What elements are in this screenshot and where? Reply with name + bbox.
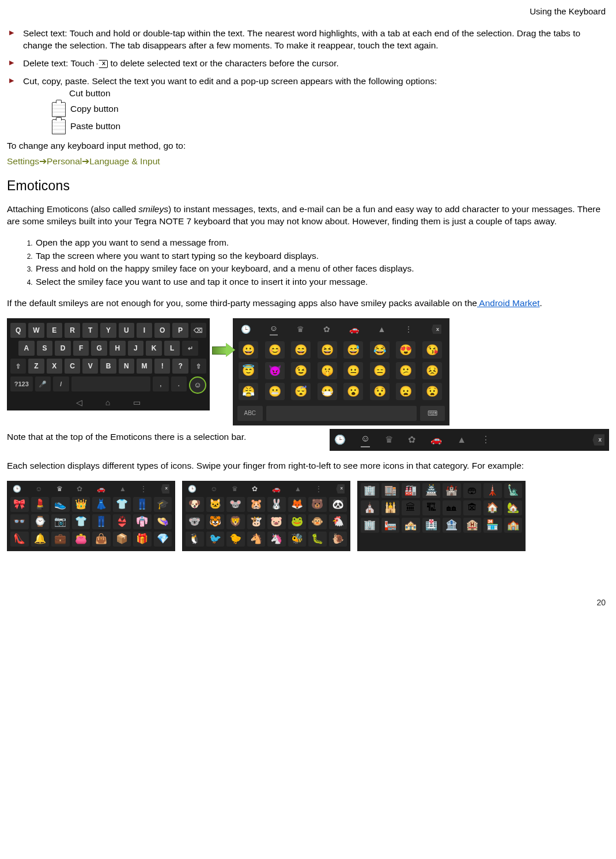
emoji-object[interactable]: 🎓: [154, 497, 172, 512]
key-backspace[interactable]: ⌫: [191, 323, 206, 338]
emoji-face[interactable]: 😅: [343, 341, 363, 359]
key-smiley[interactable]: ☺: [189, 376, 206, 394]
emoji-place[interactable]: 🏥: [422, 518, 441, 533]
emoji-place[interactable]: 🏘: [443, 500, 461, 515]
emoji-animal[interactable]: 🐼: [329, 497, 347, 512]
emoji-space-key[interactable]: [266, 406, 417, 421]
emoji-place[interactable]: 🏤: [402, 518, 420, 533]
emoji-face[interactable]: 😉: [291, 362, 311, 379]
emoji-place[interactable]: ⛪: [361, 500, 379, 515]
emoji-animal[interactable]: 🐹: [247, 497, 266, 512]
tab-crown-icon[interactable]: ♛: [297, 324, 304, 335]
emoji-place[interactable]: 🏣: [381, 518, 400, 533]
emoji-animal[interactable]: 🐮: [247, 514, 266, 529]
emoji-animal[interactable]: 🐻: [308, 497, 327, 512]
nav-back-icon[interactable]: ◁: [76, 397, 82, 408]
emoji-place[interactable]: 🏦: [443, 518, 461, 533]
emoji-animal[interactable]: 🐯: [206, 514, 225, 529]
key-w[interactable]: W: [28, 323, 44, 338]
mp2-tri-icon[interactable]: ▲: [294, 484, 301, 493]
emoji-keyboard-icon[interactable]: ⌨: [420, 406, 445, 421]
key-g[interactable]: G: [91, 341, 107, 356]
emoji-face[interactable]: 😧: [422, 383, 442, 400]
emoji-animal[interactable]: 🐴: [247, 532, 266, 547]
emoji-place[interactable]: 🏡: [504, 500, 523, 515]
key-j[interactable]: J: [128, 341, 144, 356]
key-y[interactable]: Y: [100, 323, 116, 338]
emoji-face[interactable]: 😬: [265, 383, 285, 400]
emoji-face[interactable]: 😇: [239, 362, 258, 379]
emoji-face[interactable]: 😮: [343, 383, 363, 400]
key-space[interactable]: [71, 376, 151, 391]
key-e[interactable]: E: [47, 323, 62, 338]
emoji-face[interactable]: 😊: [265, 341, 285, 359]
emoji-face[interactable]: 😄: [291, 341, 311, 359]
tab-faces-icon[interactable]: ☺: [270, 323, 278, 336]
emoji-face[interactable]: 🤫: [318, 362, 337, 379]
emoji-face[interactable]: 😴: [291, 383, 311, 400]
emoji-animal[interactable]: 🐤: [226, 532, 245, 547]
emoji-place[interactable]: 🏪: [483, 518, 502, 533]
emoji-animal[interactable]: 🐵: [308, 514, 327, 529]
emoji-object[interactable]: 🔔: [31, 532, 50, 547]
key-k[interactable]: K: [146, 341, 162, 356]
emoji-place[interactable]: 🏨: [463, 518, 482, 533]
emoji-animal[interactable]: 🐌: [329, 532, 347, 547]
selbar-flower-icon[interactable]: ✿: [408, 434, 415, 446]
emoji-face[interactable]: 😦: [396, 383, 415, 400]
emoji-place[interactable]: 🏠: [483, 500, 502, 515]
emoji-animal[interactable]: 🦄: [267, 532, 286, 547]
emoji-place[interactable]: 🏰: [443, 483, 461, 498]
key-excl[interactable]: !: [154, 359, 170, 374]
emoji-face[interactable]: 😯: [370, 383, 390, 400]
emoji-place[interactable]: 🏬: [381, 483, 400, 498]
emoji-animal[interactable]: 🐧: [186, 532, 204, 547]
key-a[interactable]: A: [18, 341, 35, 356]
emoji-object[interactable]: 👠: [10, 532, 29, 547]
mp2-recent-icon[interactable]: 🕒: [188, 484, 196, 493]
emoji-object[interactable]: 📷: [51, 514, 70, 529]
mp2-more-icon[interactable]: ⋮: [315, 484, 322, 493]
emoji-animal[interactable]: 🐦: [206, 532, 225, 547]
tab-recent-icon[interactable]: 🕒: [241, 324, 251, 335]
emoji-face[interactable]: 😕: [396, 362, 415, 379]
selbar-more-icon[interactable]: ⋮: [481, 434, 490, 446]
key-quest[interactable]: ?: [172, 359, 188, 374]
tab-more-icon[interactable]: ⋮: [405, 324, 413, 335]
emoji-face[interactable]: 😤: [239, 383, 258, 400]
emoji-object[interactable]: 👒: [154, 514, 172, 529]
emoji-object[interactable]: ⌚: [31, 514, 50, 529]
emoji-place[interactable]: 🏛: [402, 500, 420, 515]
emoji-object[interactable]: 👗: [92, 497, 111, 512]
emoji-object[interactable]: 💼: [51, 532, 70, 547]
selbar-recent-icon[interactable]: 🕒: [334, 434, 346, 446]
emoji-place[interactable]: 🗽: [504, 483, 523, 498]
key-u[interactable]: U: [119, 323, 134, 338]
mp2-crown-icon[interactable]: ♛: [232, 484, 238, 493]
mp1-crown-icon[interactable]: ♛: [56, 484, 63, 493]
mp2-face-icon[interactable]: ☺: [210, 484, 217, 493]
emoji-object[interactable]: 👖: [92, 514, 111, 529]
emoji-object[interactable]: 🎁: [133, 532, 152, 547]
mp1-car-icon[interactable]: 🚗: [97, 484, 105, 493]
emoji-face[interactable]: 😑: [370, 362, 390, 379]
emoji-animal[interactable]: 🐨: [186, 514, 204, 529]
emoji-place[interactable]: 🕌: [381, 500, 400, 515]
tab-triangle-icon[interactable]: ▲: [377, 324, 386, 335]
emoji-object[interactable]: 👙: [113, 514, 131, 529]
key-comma[interactable]: ,: [153, 376, 169, 391]
emoji-abc-key[interactable]: ABC: [237, 406, 263, 421]
emoji-animal[interactable]: 🐔: [329, 514, 347, 529]
emoji-object[interactable]: 👑: [72, 497, 90, 512]
emoji-object[interactable]: 👜: [92, 532, 111, 547]
key-shift-right[interactable]: ⇧: [191, 359, 206, 374]
key-q[interactable]: Q: [10, 323, 26, 338]
emoji-object[interactable]: 💎: [154, 532, 172, 547]
tab-flower-icon[interactable]: ✿: [323, 324, 330, 335]
emoji-place[interactable]: 🏯: [422, 483, 441, 498]
key-dot[interactable]: .: [171, 376, 187, 391]
mp2-car-icon[interactable]: 🚗: [272, 484, 281, 493]
mp1-backspace-icon[interactable]: x: [161, 484, 169, 493]
emoji-place[interactable]: 🏫: [504, 518, 523, 533]
key-n[interactable]: N: [119, 359, 134, 374]
